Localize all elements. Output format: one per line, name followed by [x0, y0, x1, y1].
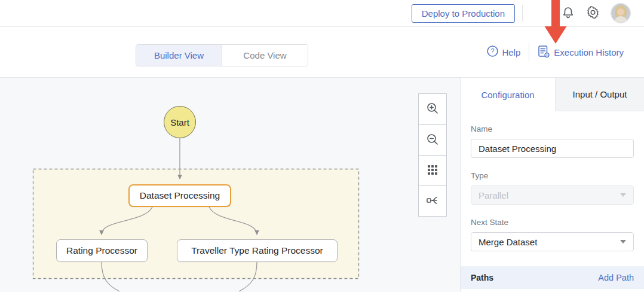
tab-code-view[interactable]: Code View [222, 45, 308, 66]
topbar-divider [522, 5, 523, 22]
paths-title: Paths [471, 273, 493, 282]
node-start[interactable]: Start [164, 106, 196, 138]
type-select-value: Parallel [479, 190, 508, 200]
name-input[interactable] [471, 139, 634, 158]
help-button[interactable]: ? Help [487, 45, 520, 59]
help-label: Help [502, 47, 520, 57]
next-state-select[interactable]: Merge Dataset [471, 232, 634, 251]
main-area: Start Dataset Processing Rating Processo… [0, 78, 644, 292]
zoom-out-button[interactable] [419, 124, 446, 155]
svg-text:?: ? [491, 47, 495, 54]
tab-builder-view[interactable]: Builder View [136, 45, 222, 66]
top-bar: Deploy to Production [0, 0, 644, 27]
zoom-in-button[interactable] [419, 94, 446, 124]
view-header: Builder View Code View ? Help [0, 27, 644, 78]
zoom-out-icon [425, 132, 440, 148]
add-path-button[interactable]: Add Path [598, 273, 634, 282]
type-select: Parallel [471, 185, 634, 205]
tab-configuration[interactable]: Configuration [461, 78, 555, 111]
execution-history-button[interactable]: Execution History [538, 45, 624, 60]
bell-icon [561, 5, 575, 22]
settings-button[interactable] [586, 5, 600, 21]
header-actions: ? Help Execution Histor [487, 27, 624, 77]
canvas-toolbar [418, 93, 447, 217]
panel-tabs: Configuration Input / Output [461, 78, 644, 111]
user-avatar[interactable] [611, 3, 631, 23]
configuration-panel: Configuration Input / Output Name Type P… [460, 78, 644, 292]
zoom-in-icon [425, 101, 440, 117]
help-icon: ? [487, 45, 498, 59]
flow-layout-icon [425, 193, 440, 209]
workflow-canvas[interactable]: Start Dataset Processing Rating Processo… [0, 78, 460, 292]
deploy-to-production-button[interactable]: Deploy to Production [412, 4, 515, 23]
tab-input-output[interactable]: Input / Output [555, 78, 644, 111]
header-actions-divider [529, 43, 529, 61]
grid-view-button[interactable] [419, 155, 446, 185]
panel-body: Name Type Parallel Next State Merge Data… [461, 124, 644, 251]
name-field-label: Name [471, 124, 634, 133]
gear-icon [586, 5, 600, 21]
next-state-field-label: Next State [471, 218, 634, 227]
next-state-select-value: Merge Dataset [479, 237, 537, 247]
view-toggle: Builder View Code View [136, 44, 308, 66]
grid-icon [426, 163, 439, 178]
node-rating-processor[interactable]: Rating Processor [56, 239, 148, 262]
workflow-builder-app: Deploy to Production [0, 0, 644, 292]
notifications-button[interactable] [561, 5, 575, 22]
caret-down-icon [620, 240, 626, 244]
node-traveller-type-rating-processor[interactable]: Traveller Type Rating Processor [177, 239, 338, 262]
node-dataset-processing[interactable]: Dataset Processing [128, 184, 231, 207]
type-field-label: Type [471, 171, 634, 180]
execution-history-label: Execution History [554, 47, 624, 57]
auto-layout-button[interactable] [419, 185, 446, 216]
execution-history-icon [538, 45, 550, 60]
caret-down-icon [620, 193, 626, 197]
paths-section-header: Paths Add Path [461, 266, 644, 289]
